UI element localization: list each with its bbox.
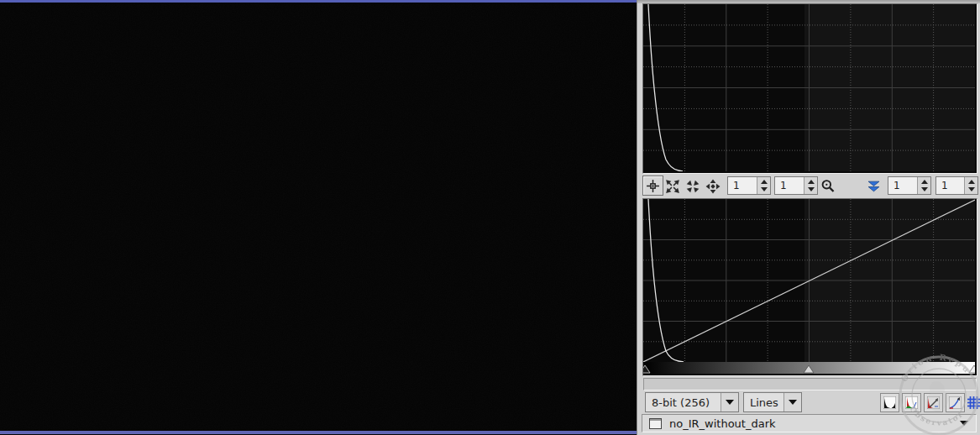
view-selector-value: no_IR_without_dark — [662, 417, 960, 430]
application-window: 1 1 1 — [0, 0, 980, 435]
histogram-red-arrow-icon — [927, 396, 940, 409]
input-histogram-chart — [643, 4, 975, 171]
spin-up-icon[interactable] — [921, 180, 928, 184]
resolution-select[interactable]: 8-bit (256) — [645, 392, 739, 412]
horizontal-zoom-value-2: 1 — [888, 177, 917, 194]
spin-down-icon[interactable] — [921, 187, 928, 191]
image-window-icon — [649, 418, 662, 429]
histogram-scroll-track[interactable] — [643, 378, 977, 390]
spin-up-icon[interactable] — [761, 180, 768, 184]
resolution-value: 8-bit (256) — [646, 396, 721, 409]
vertical-zoom-spinner-2[interactable]: 1 — [935, 176, 978, 195]
transformation-histogram-chart — [643, 199, 975, 362]
chevron-down-icon — [960, 421, 968, 426]
chevron-down-icon — [726, 400, 734, 405]
histogram-bw-icon — [883, 396, 896, 409]
dropdown-button[interactable] — [721, 393, 738, 411]
midtones-gradient-slider[interactable] — [643, 362, 975, 374]
image-view[interactable] — [0, 0, 637, 435]
spinner-arrows[interactable] — [964, 177, 977, 194]
view-selector[interactable]: no_IR_without_dark — [642, 414, 977, 432]
show-histogram-button[interactable] — [880, 393, 899, 412]
expand-histogram-button[interactable] — [665, 179, 680, 194]
spin-down-icon[interactable] — [968, 187, 975, 191]
spin-down-icon[interactable] — [808, 187, 815, 191]
grid-toggle-button[interactable] — [966, 395, 980, 410]
expand-icon — [665, 179, 680, 194]
transformation-histogram-plot[interactable] — [642, 198, 977, 376]
horizontal-zoom-value-1: 1 — [728, 177, 757, 194]
pan-mode-button[interactable] — [705, 179, 721, 194]
vertical-zoom-value-1: 1 — [775, 177, 804, 194]
shrink-histogram-button[interactable] — [685, 179, 700, 194]
horizontal-zoom-spinner-2[interactable]: 1 — [888, 176, 931, 195]
spin-up-icon[interactable] — [808, 180, 815, 184]
histogram-blue-curve-icon — [949, 396, 962, 409]
move-icon — [705, 179, 721, 194]
image-noise — [0, 3, 637, 431]
plot-style-select[interactable]: Lines — [743, 392, 802, 412]
vertical-zoom-value-2: 1 — [936, 177, 964, 194]
plot-style-value: Lines — [744, 396, 783, 409]
show-input-histogram-button[interactable] — [924, 393, 943, 412]
horizontal-zoom-spinner-1[interactable]: 1 — [727, 176, 771, 195]
spin-up-icon[interactable] — [968, 180, 975, 184]
spinner-arrows[interactable] — [757, 177, 770, 194]
active-window-bottom-border — [0, 431, 637, 434]
spin-down-icon[interactable] — [761, 187, 768, 191]
histogram-toolbar: 1 1 1 — [637, 175, 980, 197]
vertical-zoom-spinner-1[interactable]: 1 — [774, 176, 818, 195]
readout-mode-button[interactable] — [642, 176, 663, 196]
chevron-double-down-icon — [867, 181, 881, 193]
input-histogram-plot[interactable] — [642, 3, 977, 174]
spinner-arrows[interactable] — [917, 177, 930, 194]
grid-toggle-icon — [967, 396, 980, 410]
readout-icon — [646, 179, 660, 193]
zoom-button[interactable] — [820, 178, 836, 193]
shrink-icon — [685, 179, 700, 194]
spinner-arrows[interactable] — [804, 177, 817, 194]
chevron-down-icon — [789, 400, 797, 405]
zoom-icon — [820, 178, 836, 194]
show-output-histogram-button[interactable] — [946, 393, 965, 412]
histogram-rgb-icon — [905, 396, 918, 409]
histogram-panel: 1 1 1 — [637, 0, 980, 435]
show-rgb-histogram-button[interactable] — [902, 393, 921, 412]
auto-zoom-button[interactable] — [866, 179, 881, 194]
dropdown-button[interactable] — [783, 393, 801, 411]
